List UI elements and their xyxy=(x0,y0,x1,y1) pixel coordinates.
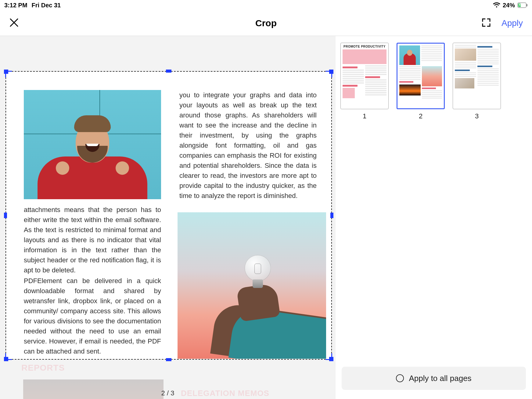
page-counter: 2 / 3 xyxy=(161,389,174,397)
battery-percent: 24% xyxy=(503,2,515,9)
apply-to-all-label: Apply to all pages xyxy=(409,374,471,383)
page-left-column: attachments means that the person has to… xyxy=(24,90,161,359)
wifi-icon xyxy=(493,2,500,8)
crop-canvas[interactable]: attachments means that the person has to… xyxy=(0,36,336,399)
status-bar: 3:12 PM Fri Dec 31 24% xyxy=(0,0,532,10)
page-photo-man xyxy=(24,90,161,199)
status-time: 3:12 PM xyxy=(4,2,27,9)
thumbnail-page-1[interactable]: PROMOTE PRODUCTIVITY xyxy=(340,43,389,120)
apply-button[interactable]: Apply xyxy=(501,18,523,28)
thumbnail-label: 1 xyxy=(363,112,366,120)
page-paragraph: you to integrate your graphs and data in… xyxy=(179,90,317,201)
crop-toolbar: Crop Apply xyxy=(0,10,532,36)
delegation-heading: DELEGATION MEMOS xyxy=(181,389,269,398)
close-icon xyxy=(9,18,19,27)
thumbnail-page-2[interactable]: 2 xyxy=(397,43,445,120)
main-area: attachments means that the person has to… xyxy=(0,36,532,399)
expand-icon xyxy=(481,18,491,27)
page-photo-sunset xyxy=(23,379,164,399)
page-paragraph: PDFElement can be delivered in a quick d… xyxy=(24,276,161,356)
toolbar-title: Crop xyxy=(255,18,277,28)
thumb1-title: PROMOTE PRODUCTIVITY xyxy=(343,45,386,48)
close-button[interactable] xyxy=(9,18,19,29)
page-paragraph: attachments means that the person has to… xyxy=(24,205,161,275)
page-content: attachments means that the person has to… xyxy=(6,72,331,359)
crop-selection-box[interactable]: attachments means that the person has to… xyxy=(5,71,332,360)
reports-heading: REPORTS xyxy=(21,363,65,373)
apply-to-all-button[interactable]: Apply to all pages xyxy=(342,367,526,390)
thumbnail-label: 3 xyxy=(475,112,479,120)
page-photo-lightbulb xyxy=(178,212,326,359)
thumbnail-sidebar: PROMOTE PRODUCTIVITY xyxy=(336,36,532,399)
status-date: Fri Dec 31 xyxy=(32,2,61,9)
expand-button[interactable] xyxy=(481,18,491,29)
radio-unchecked-icon xyxy=(396,374,404,382)
thumbnail-label: 2 xyxy=(419,112,422,120)
thumbnail-page-3[interactable]: 3 xyxy=(453,43,501,120)
svg-rect-1 xyxy=(527,4,527,6)
thumbnail-strip: PROMOTE PRODUCTIVITY xyxy=(340,43,527,120)
page-right-column: you to integrate your graphs and data in… xyxy=(179,90,317,359)
battery-icon xyxy=(517,2,528,8)
